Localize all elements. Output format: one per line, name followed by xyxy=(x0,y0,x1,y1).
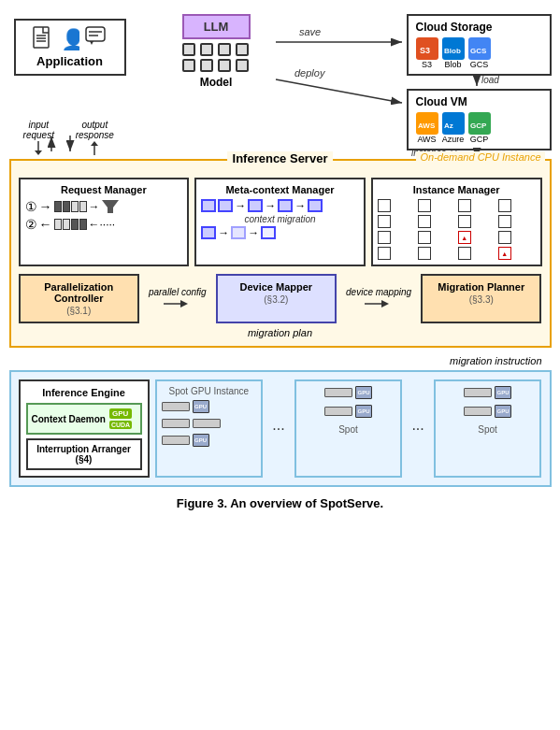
s3-label: S3 xyxy=(422,60,432,69)
spot-label-2: Spot xyxy=(478,424,497,435)
migration-planner-title: Migration Planner xyxy=(428,281,534,293)
gpu-badge: GPU xyxy=(109,408,132,419)
output-label: output response xyxy=(64,120,125,140)
top-layout: 👤 Application input request xyxy=(9,9,552,159)
context-daemon-label: Context Daemon xyxy=(32,414,106,424)
gcs-icon: GCS xyxy=(468,37,491,60)
spot-server-row-1: GPU xyxy=(324,386,372,399)
interruption-box: Interruption Arranger (§4) xyxy=(26,438,142,470)
svg-text:load: load xyxy=(481,75,499,85)
svg-text:👤: 👤 xyxy=(61,27,79,50)
svg-rect-0 xyxy=(34,27,49,48)
spot-gpu-instance: Spot GPU Instance GPU GPU xyxy=(155,379,264,478)
svg-marker-40 xyxy=(381,300,389,308)
parallel-config-label: parallel config xyxy=(145,274,210,323)
gpu-server-row-3: GPU xyxy=(162,434,257,447)
model-chips xyxy=(182,43,251,72)
input-arrow-icon xyxy=(32,141,45,156)
queue-blocks-1 xyxy=(54,201,87,212)
aws-label: AWS xyxy=(417,135,436,144)
instance-grid: ▲ ▲ xyxy=(378,199,536,260)
queue-row-2: ② ← ←····· xyxy=(25,217,183,232)
spot-box-2: GPU GPU Spot xyxy=(434,379,542,478)
device-mapper-box: Device Mapper (§3.2) xyxy=(216,274,337,323)
spot-server-row-2: GPU xyxy=(324,405,372,418)
interruption-label: Interruption Arranger (§4) xyxy=(32,444,136,465)
gpu-badges: GPU CUDA xyxy=(109,408,132,429)
bottom-section: Inference Engine Context Daemon GPU CUDA… xyxy=(9,370,552,487)
llm-box: LLM xyxy=(182,14,251,39)
on-demand-label: On-demand CPU Instance xyxy=(416,151,544,163)
app-box: 👤 Application xyxy=(14,19,126,76)
queue-row-1: ① → → xyxy=(25,199,183,214)
model-label: Model xyxy=(182,76,251,89)
gpu-servers: GPU GPU xyxy=(162,400,257,450)
speech-icon xyxy=(85,26,108,50)
migration-plan-label: migration plan xyxy=(19,327,542,338)
cloud-vm-title: Cloud VM xyxy=(416,95,542,108)
input-label: input request xyxy=(14,120,65,140)
parallelization-title: Parallelization Controller xyxy=(26,281,132,304)
spot-servers-1: GPU GPU xyxy=(324,386,372,421)
spot-server-row-3: GPU xyxy=(464,386,511,399)
spot-gpu-title: Spot GPU Instance xyxy=(162,386,257,396)
device-mapper-title: Device Mapper xyxy=(223,281,329,293)
svg-marker-8 xyxy=(90,41,93,45)
model-block: LLM Model xyxy=(182,14,251,89)
warn-box-2: ▲ xyxy=(498,247,511,260)
output-arrow-icon xyxy=(88,141,101,156)
inference-engine-title: Inference Engine xyxy=(26,387,142,398)
parallelization-subtitle: (§3.1) xyxy=(26,306,132,316)
dots-separator-1: ··· xyxy=(272,421,284,437)
svg-marker-38 xyxy=(180,300,188,308)
spot-box-1: GPU GPU Spot xyxy=(294,379,403,478)
server-top-row: Request Manager ① → → ② ← xyxy=(19,178,542,266)
gpu-server-row-1: GPU xyxy=(162,400,257,413)
dots-separator-2: ··· xyxy=(411,421,424,437)
meta-context-manager-box: Meta-context Manager → → → context migra… xyxy=(194,178,366,266)
cloud-vm-box: Cloud VM AWS AWS Az Azure xyxy=(407,89,552,150)
svg-marker-12 xyxy=(91,141,98,146)
svg-marker-36 xyxy=(102,200,119,213)
instance-manager-title: Instance Manager xyxy=(378,184,536,195)
spot-gpu-chip-4: GPU xyxy=(495,405,511,418)
inference-engine-box: Inference Engine Context Daemon GPU CUDA… xyxy=(19,379,150,478)
svg-rect-5 xyxy=(86,27,105,41)
instance-manager-box: Instance Manager ▲ ▲ xyxy=(371,178,542,266)
migration-planner-box: Migration Planner (§3.3) xyxy=(421,274,541,323)
svg-text:AWS: AWS xyxy=(418,122,436,130)
svg-marker-10 xyxy=(35,150,42,155)
person-icon: 👤 xyxy=(59,26,79,50)
context-migration-label: context migration xyxy=(201,214,359,224)
spot-servers-2: GPU GPU xyxy=(464,386,511,421)
inference-server-title: Inference Server xyxy=(227,151,334,165)
context-daemon-box: Context Daemon GPU CUDA xyxy=(26,403,142,435)
aws-icon: AWS xyxy=(416,112,438,135)
context-row-1: → → → xyxy=(201,199,359,212)
app-label: Application xyxy=(22,54,119,68)
diagram-container: 👤 Application input request xyxy=(9,9,552,510)
warn-box-1: ▲ xyxy=(458,231,471,244)
svg-text:GCP: GCP xyxy=(470,122,487,130)
migration-planner-subtitle: (§3.3) xyxy=(428,294,534,305)
svg-text:save: save xyxy=(299,26,321,37)
cloud-storage-box: Cloud Storage S3 S3 Blob Blob xyxy=(407,14,552,76)
cuda-badge: CUDA xyxy=(109,421,132,429)
request-manager-box: Request Manager ① → → ② ← xyxy=(19,178,190,266)
parallelization-row: Parallelization Controller (§3.1) parall… xyxy=(19,274,542,323)
s3-icon: S3 xyxy=(416,37,438,60)
meta-context-manager-title: Meta-context Manager xyxy=(201,184,359,195)
svg-text:S3: S3 xyxy=(420,46,430,55)
inference-server: Inference Server On-demand CPU Instance … xyxy=(9,159,552,348)
gcp-label: GCP xyxy=(470,135,489,144)
spot-gpu-chip-3: GPU xyxy=(495,386,511,399)
bottom-row: Inference Engine Context Daemon GPU CUDA… xyxy=(19,379,542,478)
spot-label-1: Spot xyxy=(338,424,358,435)
device-mapper-subtitle: (§3.2) xyxy=(223,294,329,305)
io-arrows: input request output response xyxy=(14,120,126,156)
svg-line-27 xyxy=(276,79,402,103)
device-mapping-label: device mapping xyxy=(342,274,415,323)
spot-gpu-chip-2: GPU xyxy=(355,405,372,418)
spot-gpu-chip-1: GPU xyxy=(355,386,372,399)
right-arrow-icon xyxy=(164,297,192,310)
